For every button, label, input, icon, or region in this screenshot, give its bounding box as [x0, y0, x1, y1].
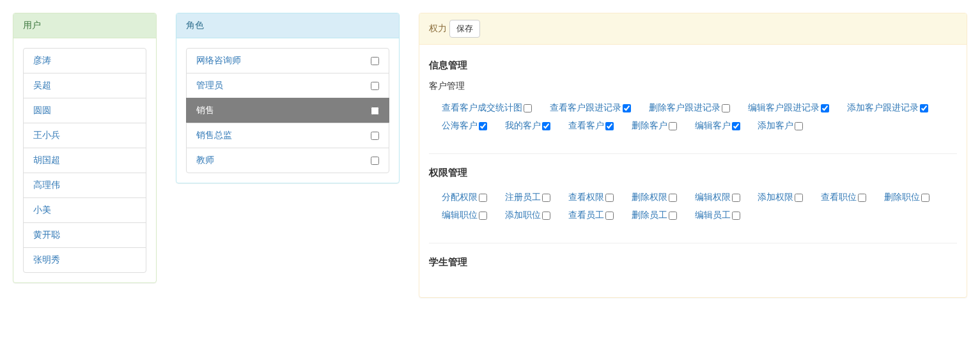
perm-item: 删除客户 [632, 120, 677, 130]
perm-checkbox[interactable] [605, 212, 614, 220]
perm-checkbox[interactable] [623, 104, 631, 112]
perm-link[interactable]: 查看员工 [568, 210, 604, 220]
perm-link[interactable]: 删除员工 [632, 210, 667, 220]
perm-checkbox[interactable] [821, 104, 829, 112]
permissions-panel: 权力 保存 信息管理客户管理查看客户成交统计图 查看客户跟进记录 删除客户跟进记… [419, 13, 967, 298]
perm-item: 编辑客户跟进记录 [748, 102, 829, 112]
role-list-item[interactable]: 销售 [186, 98, 389, 123]
role-checkbox[interactable] [371, 132, 379, 140]
perm-checkbox[interactable] [722, 104, 730, 112]
role-list-item[interactable]: 教师 [186, 148, 389, 173]
role-list: 网络咨询师管理员销售销售总监教师 [186, 48, 389, 173]
user-link[interactable]: 彦涛 [33, 55, 51, 65]
perm-link[interactable]: 分配权限 [442, 192, 478, 202]
perm-checkbox[interactable] [732, 122, 740, 130]
perm-checkbox[interactable] [920, 104, 928, 112]
role-list-item[interactable]: 管理员 [186, 73, 389, 98]
perm-link[interactable]: 删除权限 [632, 192, 667, 202]
perm-checkbox[interactable] [542, 122, 550, 130]
perm-link[interactable]: 删除客户跟进记录 [649, 102, 720, 112]
perm-item: 查看客户 [568, 120, 614, 130]
user-list-item[interactable]: 黄开聪 [23, 222, 146, 248]
perm-checkbox[interactable] [605, 194, 614, 202]
perm-link[interactable]: 编辑客户 [695, 120, 731, 130]
perm-checkbox[interactable] [605, 122, 614, 130]
perm-checkbox[interactable] [479, 122, 487, 130]
role-link[interactable]: 网络咨询师 [196, 55, 241, 66]
perm-checkbox[interactable] [524, 104, 532, 112]
perm-link[interactable]: 我的客户 [505, 120, 541, 130]
perm-checkbox[interactable] [479, 212, 487, 220]
perm-link[interactable]: 编辑员工 [695, 210, 731, 220]
role-link[interactable]: 销售总监 [196, 130, 232, 141]
perm-link[interactable]: 公海客户 [442, 120, 478, 130]
perm-link[interactable]: 编辑职位 [442, 210, 478, 220]
perm-group: 权限管理分配权限 注册员工 查看权限 删除权限 编辑权限 添加权限 查看职位 删… [429, 167, 957, 224]
user-link[interactable]: 王小兵 [33, 130, 60, 140]
perm-item: 编辑职位 [442, 210, 487, 220]
user-link[interactable]: 胡国超 [33, 155, 60, 165]
perm-checkbox[interactable] [479, 194, 487, 202]
perm-checkbox[interactable] [795, 122, 803, 130]
user-list-item[interactable]: 胡国超 [23, 148, 146, 173]
perm-group: 信息管理客户管理查看客户成交统计图 查看客户跟进记录 删除客户跟进记录 编辑客户… [429, 59, 957, 134]
role-checkbox[interactable] [371, 107, 379, 115]
perm-checkbox[interactable] [669, 212, 677, 220]
perm-link[interactable]: 注册员工 [505, 192, 541, 202]
perm-link[interactable]: 查看职位 [821, 192, 857, 202]
perm-checkbox[interactable] [669, 122, 677, 130]
perm-group-title: 信息管理 [429, 59, 957, 72]
divider [429, 153, 957, 154]
role-list-item[interactable]: 销售总监 [186, 123, 389, 148]
user-link[interactable]: 黄开聪 [33, 229, 60, 240]
perm-link[interactable]: 编辑客户跟进记录 [748, 102, 820, 112]
save-button[interactable]: 保存 [449, 20, 480, 38]
perm-group-title: 学生管理 [429, 256, 957, 268]
perm-link[interactable]: 查看客户跟进记录 [550, 102, 621, 112]
perm-link[interactable]: 删除职位 [884, 192, 920, 202]
perm-checkbox[interactable] [921, 194, 929, 202]
user-list-item[interactable]: 圆圆 [23, 98, 146, 123]
role-checkbox[interactable] [371, 57, 379, 65]
user-list-item[interactable]: 小美 [23, 197, 146, 223]
perm-checkbox[interactable] [542, 194, 550, 202]
permissions-panel-heading: 权力 保存 [419, 13, 967, 45]
perm-checkbox[interactable] [795, 194, 803, 202]
user-list-item[interactable]: 王小兵 [23, 123, 146, 148]
perm-checkbox[interactable] [858, 194, 866, 202]
perm-item: 注册员工 [505, 192, 550, 202]
perm-link[interactable]: 查看权限 [568, 192, 604, 202]
role-link[interactable]: 销售 [196, 105, 214, 116]
role-link[interactable]: 管理员 [196, 80, 223, 91]
perm-link[interactable]: 查看客户 [568, 120, 604, 130]
user-link[interactable]: 张明秀 [33, 254, 60, 265]
perm-group-title: 权限管理 [429, 167, 957, 179]
role-checkbox[interactable] [371, 82, 379, 90]
perm-link[interactable]: 添加客户 [758, 120, 793, 130]
perm-link[interactable]: 添加权限 [758, 192, 793, 202]
perm-link[interactable]: 添加职位 [505, 210, 541, 220]
user-list-item[interactable]: 彦涛 [23, 48, 146, 73]
perm-checkbox[interactable] [669, 194, 677, 202]
perm-checkbox[interactable] [542, 212, 550, 220]
user-link[interactable]: 高理伟 [33, 180, 60, 190]
perm-item: 我的客户 [505, 120, 550, 130]
roles-panel-title: 角色 [176, 13, 399, 38]
perm-link[interactable]: 编辑权限 [695, 192, 731, 202]
role-checkbox[interactable] [371, 157, 379, 165]
perm-list: 查看客户成交统计图 查看客户跟进记录 删除客户跟进记录 编辑客户跟进记录 添加客… [429, 98, 957, 134]
user-link[interactable]: 吴超 [33, 80, 51, 90]
perm-checkbox[interactable] [732, 212, 740, 220]
user-list-item[interactable]: 高理伟 [23, 173, 146, 198]
role-link[interactable]: 教师 [196, 155, 214, 166]
user-list-item[interactable]: 吴超 [23, 73, 146, 98]
perm-link[interactable]: 删除客户 [632, 120, 667, 130]
perm-item: 编辑权限 [695, 192, 740, 202]
perm-link[interactable]: 添加客户跟进记录 [847, 102, 919, 112]
user-link[interactable]: 小美 [33, 204, 51, 215]
role-list-item[interactable]: 网络咨询师 [186, 48, 389, 73]
perm-checkbox[interactable] [732, 194, 740, 202]
user-link[interactable]: 圆圆 [33, 105, 51, 115]
user-list-item[interactable]: 张明秀 [23, 247, 146, 273]
perm-link[interactable]: 查看客户成交统计图 [442, 102, 522, 112]
